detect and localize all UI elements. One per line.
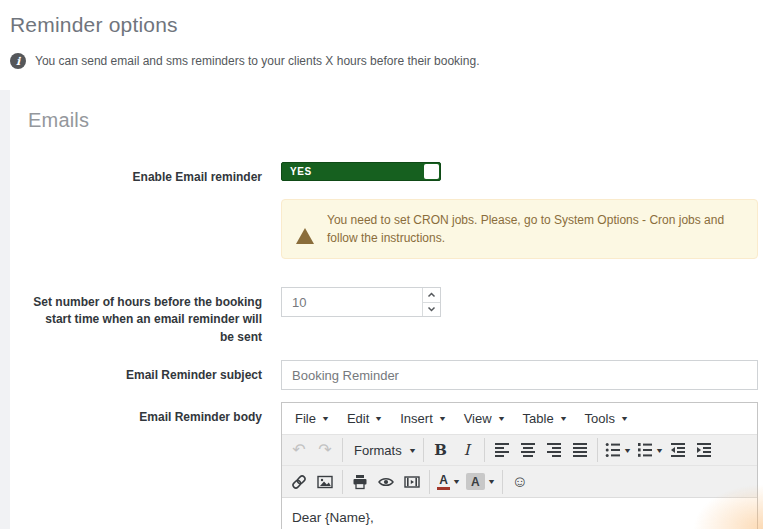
emails-heading: Emails [28,109,758,132]
print-icon [352,474,368,490]
spinner-down-button[interactable] [423,303,440,317]
spinner-up-button[interactable] [423,288,440,303]
chevron-down-icon: ▼ [374,415,383,422]
info-banner: i You can send email and sms reminders t… [10,53,753,69]
menu-tools[interactable]: Tools▼ [576,406,637,431]
chevron-down-icon: ▼ [655,447,664,454]
align-right-icon [546,442,562,458]
info-icon: i [10,53,26,69]
subject-row: Email Reminder subject [28,360,758,390]
cron-warning-alert: ! You need to set CRON jobs. Please, go … [281,199,758,259]
menu-edit[interactable]: Edit▼ [338,406,391,431]
outdent-button[interactable] [665,438,691,462]
toggle-knob[interactable] [424,164,439,179]
image-icon [317,474,333,490]
chevron-down-icon: ▼ [321,415,330,422]
enable-email-toggle[interactable]: YES [281,162,441,181]
cron-warning-text: You need to set CRON jobs. Please, go to… [327,211,743,247]
info-text: You can send email and sms reminders to … [35,54,479,68]
body-row: Email Reminder body File▼ Edit▼ Insert▼ … [28,402,758,529]
background-color-button[interactable]: A ▼ [463,470,498,494]
rich-text-editor: File▼ Edit▼ Insert▼ View▼ Table▼ Tools▼ … [281,402,758,529]
justify-icon [572,442,588,458]
align-center-icon [520,442,536,458]
menu-file[interactable]: File▼ [286,406,338,431]
hours-input-wrap [281,287,441,317]
indent-icon [696,442,712,458]
chevron-down-icon: ▼ [497,415,506,422]
align-right-button[interactable] [541,438,567,462]
align-left-icon [494,442,510,458]
editor-content-area[interactable]: Dear {Name}, Your booking is coming soon… [282,497,757,529]
numbered-list-button[interactable]: ▼ [634,438,666,462]
link-button[interactable] [286,470,312,494]
undo-button[interactable]: ↶ [286,438,312,462]
enable-email-label: Enable Email reminder [28,162,262,186]
formats-dropdown[interactable]: Formats ▼ [347,438,419,462]
outdent-icon [670,442,686,458]
menu-insert[interactable]: Insert▼ [391,406,454,431]
settings-section: Emails Enable Email reminder YES ! [0,90,763,529]
menu-table[interactable]: Table▼ [514,406,576,431]
preview-icon [378,474,394,490]
redo-icon: ↷ [318,442,331,458]
bold-button[interactable]: B [428,438,454,462]
hours-input[interactable] [282,288,422,316]
text-color-button[interactable]: A ▼ [434,470,463,494]
chevron-down-icon: ▼ [620,415,629,422]
enable-email-row: Enable Email reminder YES ! You need to … [28,162,758,287]
bullet-list-icon [605,442,621,458]
italic-button[interactable]: I [454,438,480,462]
redo-button[interactable]: ↷ [312,438,338,462]
editor-line-1: Dear {Name}, [292,510,747,525]
undo-icon: ↶ [292,442,305,458]
print-button[interactable] [347,470,373,494]
text-color-icon: A [437,474,450,490]
chevron-down-icon: ▼ [452,478,461,485]
image-button[interactable] [312,470,338,494]
chevron-down-icon: ▼ [623,447,632,454]
align-center-button[interactable] [515,438,541,462]
bullet-list-button[interactable]: ▼ [602,438,634,462]
hours-row: Set number of hours before the booking s… [28,287,758,346]
align-left-button[interactable] [489,438,515,462]
hours-spinner [422,288,440,316]
toggle-state-label: YES [282,166,312,177]
page-title: Reminder options [10,13,753,37]
emoticons-icon: ☺ [512,474,528,490]
chevron-down-icon: ▼ [408,447,417,454]
numbered-list-icon [637,442,653,458]
media-icon [404,474,420,490]
body-label: Email Reminder body [28,402,262,426]
link-icon [291,474,307,490]
menu-view[interactable]: View▼ [455,406,514,431]
subject-label: Email Reminder subject [28,360,262,384]
background-color-icon: A [466,473,485,490]
media-button[interactable] [399,470,425,494]
indent-button[interactable] [691,438,717,462]
editor-toolbar-1: ↶ ↷ Formats ▼ B I [282,435,757,466]
subject-input[interactable] [281,360,758,390]
page-header: Reminder options i You can send email an… [0,0,763,69]
emoticons-button[interactable]: ☺ [507,470,533,494]
editor-toolbar-2: A ▼ A ▼ ☺ [282,466,757,497]
preview-button[interactable] [373,470,399,494]
editor-menubar: File▼ Edit▼ Insert▼ View▼ Table▼ Tools▼ [282,403,757,435]
chevron-down-icon: ▼ [438,415,447,422]
hours-label: Set number of hours before the booking s… [28,287,262,346]
chevron-down-icon: ▼ [559,415,568,422]
chevron-down-icon: ▼ [487,478,496,485]
emails-panel: Emails Enable Email reminder YES ! [10,90,763,529]
reminder-form: Enable Email reminder YES ! You need to … [28,162,758,529]
justify-button[interactable] [567,438,593,462]
warning-icon: ! [296,212,315,229]
